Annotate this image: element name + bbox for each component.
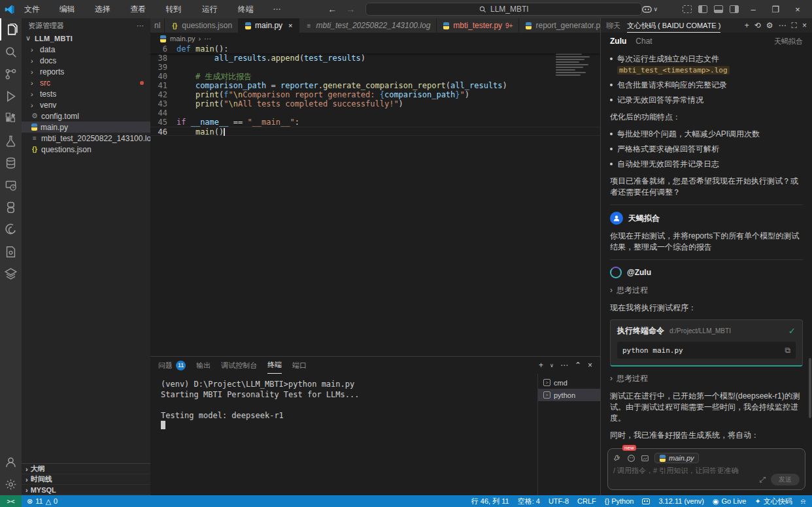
comate-icon[interactable] xyxy=(0,218,22,240)
menu-item-0[interactable]: 文件(F) xyxy=(19,0,54,18)
toggle-panel-icon[interactable] xyxy=(714,5,723,13)
tree-root[interactable]: ∨LLM_MBTI xyxy=(22,33,150,44)
code-line-38[interactable]: 38 all_results.append(test_results) xyxy=(150,54,600,63)
code-line-42[interactable]: 42 print(f"\nComparison report generated… xyxy=(150,90,600,99)
copilot-menu-icon[interactable]: ∨ xyxy=(642,5,658,13)
tree-item-docs[interactable]: ›docs xyxy=(22,55,150,66)
code-line-6[interactable]: 6def main(): xyxy=(150,44,600,54)
search-icon[interactable] xyxy=(0,41,22,63)
nav-back-icon[interactable]: ← xyxy=(328,4,337,14)
database-icon[interactable] xyxy=(0,152,22,174)
source-control-icon[interactable] xyxy=(0,63,22,85)
code-line-39[interactable]: 39 xyxy=(150,63,600,72)
chat-scrollbar[interactable] xyxy=(809,358,811,418)
sidebar-section-0[interactable]: ›大纲 xyxy=(22,464,150,474)
tab-report_generator.p[interactable]: report_generator.p xyxy=(519,18,600,33)
tree-item-main.py[interactable]: main.py xyxy=(22,122,150,133)
chat-input-box[interactable]: new main.py ⤢ 发送 xyxy=(607,448,805,490)
sidebar-section-1[interactable]: ›时间线 xyxy=(22,474,150,485)
file-settings-icon[interactable] xyxy=(0,240,22,263)
panel-tab-终端[interactable]: 终端 xyxy=(267,357,282,374)
more-actions-icon[interactable]: ⋯ xyxy=(779,21,787,30)
code-editor[interactable]: 6def main(): 38 all_results.append(test_… xyxy=(150,44,600,356)
new-chat-icon[interactable]: + xyxy=(745,21,749,30)
tree-item-data[interactable]: ›data xyxy=(22,44,150,55)
comate-tab[interactable]: 文心快码 ( BAIDU COMATE ) xyxy=(627,18,720,33)
status-item-行 46, 列 11[interactable]: 行 46, 列 11 xyxy=(471,497,509,506)
layers-icon[interactable] xyxy=(0,263,22,285)
status-item-文心快码[interactable]: ✦文心快码 xyxy=(754,497,792,506)
breadcrumb-symbol[interactable]: ⋯ xyxy=(204,35,211,43)
status-item-{} Python[interactable]: {} Python xyxy=(605,497,634,505)
tree-item-tests[interactable]: ›tests xyxy=(22,88,150,99)
tab-questions.json[interactable]: {}questions.json xyxy=(165,18,239,33)
tab-main.py[interactable]: main.py× xyxy=(239,18,299,33)
image-attach-icon[interactable] xyxy=(641,454,649,463)
history-icon[interactable]: ⟲ xyxy=(754,21,761,30)
code-line-44[interactable]: 44 xyxy=(150,108,600,118)
tree-item-src[interactable]: ›src xyxy=(22,77,150,88)
terminal-dropdown-icon[interactable]: ∨ xyxy=(550,363,554,368)
status-item-3.12.11 (venv)[interactable]: 3.12.11 (venv) xyxy=(658,497,704,505)
chat-tab[interactable]: 聊天 xyxy=(606,21,620,31)
status-item-UTF-8[interactable]: UTF-8 xyxy=(549,497,569,505)
command-center-search[interactable]: LLM_MBTI xyxy=(365,3,642,16)
extensions-icon[interactable] xyxy=(0,107,22,129)
close-panel-icon[interactable]: × xyxy=(588,361,592,370)
tree-item-config.toml[interactable]: ⚙config.toml xyxy=(22,110,150,122)
command-code[interactable]: python main.py⧉ xyxy=(617,342,796,359)
chat-input[interactable] xyxy=(613,466,800,474)
menu-item-3[interactable]: 查看(V) xyxy=(125,0,160,18)
panel-tab-问题[interactable]: 问题11 xyxy=(158,357,186,374)
run-debug-icon[interactable] xyxy=(0,85,22,107)
code-line-45[interactable]: 45if __name__ == "__main__": xyxy=(150,118,600,127)
expand-icon[interactable]: ⛶ xyxy=(792,21,797,30)
settings-icon[interactable]: ⚙ xyxy=(766,21,773,30)
tree-item-questions.json[interactable]: {}questions.json xyxy=(22,144,150,155)
tab-mbti_tester.py[interactable]: mbti_tester.py9+ xyxy=(437,18,519,33)
thinking-collapse[interactable]: ›思考过程 xyxy=(610,285,803,296)
status-item-Go Live[interactable]: ◉Go Live xyxy=(713,497,747,506)
remote-indicator[interactable]: >< xyxy=(0,495,22,507)
account-icon[interactable] xyxy=(0,451,22,473)
python-icon[interactable] xyxy=(0,196,22,218)
status-item-robot[interactable] xyxy=(642,499,650,504)
tree-item-venv[interactable]: ›venv xyxy=(22,99,150,110)
panel-tab-输出[interactable]: 输出 xyxy=(196,357,211,374)
settings-gear-icon[interactable] xyxy=(0,473,22,495)
terminal-session-python[interactable]: >python xyxy=(538,389,600,401)
explorer-more-icon[interactable]: ⋯ xyxy=(137,22,144,30)
code-line-40[interactable]: 40 # 生成对比报告 xyxy=(150,72,600,81)
remote-explorer-icon[interactable] xyxy=(0,174,22,196)
status-item-CRLF[interactable]: CRLF xyxy=(577,497,596,505)
tab-mbti_test_20250822_143100.log[interactable]: ≡mbti_test_20250822_143100.log xyxy=(299,18,437,33)
tab-close-icon[interactable]: × xyxy=(288,22,292,29)
code-line-46[interactable]: 46 main() xyxy=(150,127,600,136)
tools-icon[interactable] xyxy=(613,454,622,463)
panel-tab-调试控制台[interactable]: 调试控制台 xyxy=(221,357,257,374)
panel-tab-端口[interactable]: 端口 xyxy=(292,357,307,374)
sidebar-section-2[interactable]: ›MYSQL xyxy=(22,485,150,495)
status-item-空格: 4[interactable]: 空格: 4 xyxy=(518,497,540,506)
close-panel-icon[interactable]: × xyxy=(802,21,807,30)
more-actions-icon[interactable]: ⋯ xyxy=(560,361,568,370)
terminal-output[interactable]: (venv) D:\Project\LLM_MBTI>python main.p… xyxy=(150,374,537,495)
menu-item-2[interactable]: 选择(S) xyxy=(90,0,125,18)
window-close-button[interactable]: × xyxy=(790,5,805,14)
sticky-scroll-line[interactable]: 6def main(): xyxy=(150,44,600,54)
send-button[interactable]: 发送 xyxy=(771,474,800,485)
agent-icon[interactable] xyxy=(627,454,635,463)
breadcrumb[interactable]: main.py › ⋯ xyxy=(150,33,600,44)
copy-icon[interactable]: ⧉ xyxy=(785,345,790,356)
problems-status[interactable]: ⊗ 11 △ 0 xyxy=(27,497,58,506)
nav-forward-icon[interactable]: → xyxy=(346,4,355,14)
maximize-panel-icon[interactable]: ⌃ xyxy=(575,361,581,370)
tab-chat[interactable]: Chat xyxy=(635,37,652,46)
code-line-41[interactable]: 41 comparison_path = reporter.generate_c… xyxy=(150,81,600,90)
tab-zulu[interactable]: Zulu xyxy=(610,37,626,46)
status-item-bell[interactable]: ⍾ xyxy=(801,497,805,506)
menu-item-1[interactable]: 编辑(E) xyxy=(54,0,90,18)
tree-item-reports[interactable]: ›reports xyxy=(22,66,150,77)
tab-partial[interactable]: nl xyxy=(150,18,165,33)
toggle-sidebar-icon[interactable] xyxy=(698,5,707,13)
